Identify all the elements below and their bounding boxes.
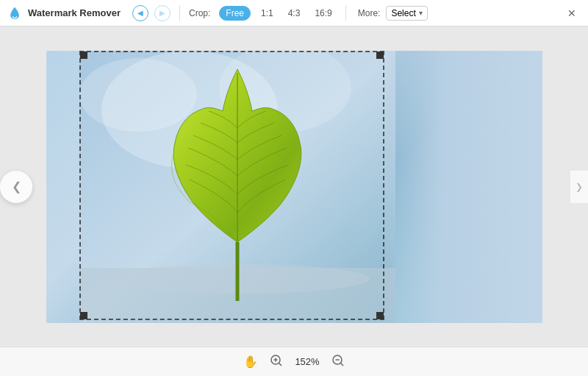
left-arrow-icon: ❮	[12, 180, 21, 194]
svg-line-12	[340, 363, 343, 366]
more-label: More:	[358, 8, 381, 18]
app-logo-icon	[7, 6, 22, 21]
crop-16-9-button[interactable]: 16:9	[310, 7, 336, 20]
separator-2	[345, 6, 346, 21]
pan-tool-icon[interactable]: ✋	[243, 355, 258, 369]
forward-nav-button[interactable]: ▶	[154, 5, 171, 21]
svg-line-9	[279, 363, 282, 366]
zoom-out-icon[interactable]	[331, 354, 345, 370]
prev-image-button[interactable]: ❮	[0, 171, 32, 203]
next-image-button[interactable]: ❯	[570, 171, 588, 203]
right-arrow-icon: ❯	[576, 182, 583, 192]
back-nav-button[interactable]: ◀	[132, 5, 148, 21]
zoom-toolbar: ✋ 152%	[0, 347, 588, 376]
crop-4-3-button[interactable]: 4:3	[284, 7, 305, 20]
svg-point-2	[79, 58, 197, 132]
select-dropdown[interactable]: Select ▾	[386, 6, 427, 21]
image-container	[46, 51, 542, 323]
dropdown-arrow-icon: ▾	[419, 9, 423, 17]
crop-label: Crop:	[189, 8, 210, 18]
leaf-image-area	[79, 51, 395, 323]
select-label: Select	[391, 8, 415, 18]
zoom-percent: 152%	[295, 356, 319, 367]
crop-free-button[interactable]: Free	[219, 6, 251, 21]
image-right-fade	[381, 51, 542, 323]
close-button[interactable]: ✕	[563, 4, 581, 22]
zoom-in-icon[interactable]	[270, 354, 283, 370]
canvas-area: ❮ ❯	[0, 26, 588, 347]
separator-1	[179, 6, 180, 21]
crop-1-1-button[interactable]: 1:1	[257, 7, 278, 20]
title-bar: Watermark Remover ◀ ▶ Crop: Free 1:1 4:3…	[0, 0, 588, 26]
app-title: Watermark Remover	[28, 7, 121, 18]
